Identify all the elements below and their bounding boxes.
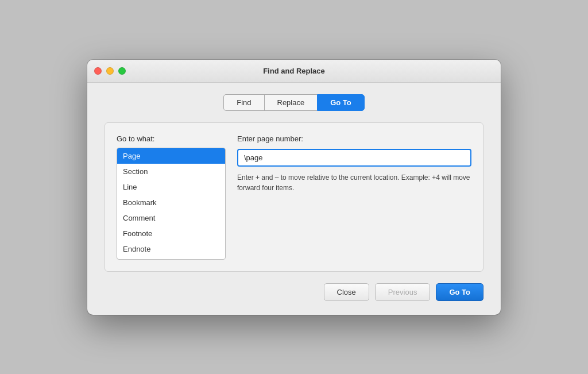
main-area: Go to what: Page Section Line Bookmark C… bbox=[105, 122, 483, 272]
help-text: Enter + and – to move relative to the cu… bbox=[237, 172, 471, 193]
close-button[interactable]: Close bbox=[324, 283, 369, 301]
right-panel: Enter page number: Enter + and – to move… bbox=[237, 134, 471, 260]
tab-bar: Find Replace Go To bbox=[105, 94, 483, 111]
traffic-lights bbox=[94, 67, 126, 75]
list-item-page[interactable]: Page bbox=[117, 148, 225, 164]
goto-list[interactable]: Page Section Line Bookmark Comment Footn… bbox=[117, 148, 226, 260]
find-replace-window: Find and Replace Find Replace Go To Go t… bbox=[87, 60, 501, 315]
tab-find[interactable]: Find bbox=[223, 94, 264, 111]
close-window-button[interactable] bbox=[94, 67, 102, 75]
page-number-label: Enter page number: bbox=[237, 134, 471, 143]
list-item-footnote[interactable]: Footnote bbox=[117, 226, 225, 241]
maximize-window-button[interactable] bbox=[118, 67, 126, 75]
tab-replace[interactable]: Replace bbox=[264, 94, 318, 111]
minimize-window-button[interactable] bbox=[106, 67, 114, 75]
footer: Close Previous Go To bbox=[105, 283, 483, 301]
previous-button[interactable]: Previous bbox=[375, 283, 431, 301]
titlebar: Find and Replace bbox=[87, 60, 501, 83]
list-item-section[interactable]: Section bbox=[117, 164, 225, 179]
window-content: Find Replace Go To Go to what: Page Sect… bbox=[87, 83, 501, 315]
page-number-input[interactable] bbox=[237, 149, 471, 167]
left-panel: Go to what: Page Section Line Bookmark C… bbox=[117, 134, 226, 260]
list-item-comment[interactable]: Comment bbox=[117, 210, 225, 226]
goto-what-label: Go to what: bbox=[117, 134, 226, 143]
tab-goto[interactable]: Go To bbox=[317, 94, 365, 111]
goto-button[interactable]: Go To bbox=[436, 283, 483, 301]
list-item-line[interactable]: Line bbox=[117, 179, 225, 195]
window-title: Find and Replace bbox=[263, 67, 325, 75]
list-item-bookmark[interactable]: Bookmark bbox=[117, 195, 225, 210]
list-item-endnote[interactable]: Endnote bbox=[117, 241, 225, 257]
